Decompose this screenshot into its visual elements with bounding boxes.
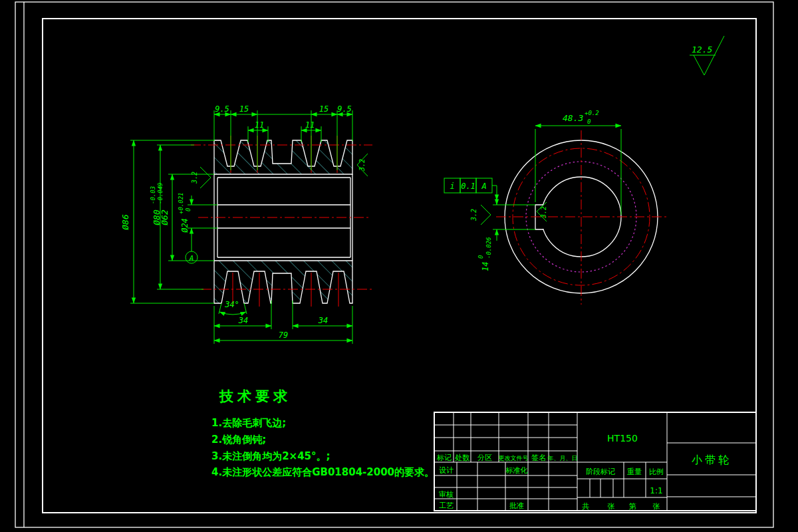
dim-34-right: 34 xyxy=(318,316,328,325)
svg-text:+0.021: +0.021 xyxy=(178,192,184,214)
svg-text:-0.026: -0.026 xyxy=(485,237,492,259)
tb-label-weight: 重量 xyxy=(627,467,642,476)
dim-11-left: 11 xyxy=(255,120,264,130)
front-view[interactable]: 9.5 15 11 11 15 9.5 Ø86 Ø80 -0.03 -0.049… xyxy=(120,104,374,344)
dim-14: 14 0 -0.026 xyxy=(477,237,492,271)
cad-drawing-canvas: 12.5 xyxy=(0,0,798,532)
sheet-frame xyxy=(15,2,773,527)
global-roughness-value: 12.5 xyxy=(692,45,712,55)
tb-scale-value: 1:1 xyxy=(650,486,662,495)
svg-text:-0.03: -0.03 xyxy=(150,186,156,204)
fcf-tolerance: 0.1 xyxy=(461,182,475,191)
dim-angle-34: 34° xyxy=(224,300,239,309)
tech-req-item-3: 3.未注倒角均为2×45°。; xyxy=(211,450,331,462)
fcf-symbol: i xyxy=(450,182,454,191)
dim-11-right: 11 xyxy=(305,120,315,130)
tb-label-biaozhunhua: 标准化 xyxy=(505,466,528,475)
svg-text:3.2: 3.2 xyxy=(191,172,198,184)
tb-label-gong: 共 xyxy=(582,502,590,511)
global-roughness-symbol: 12.5 xyxy=(690,36,724,75)
feature-control-frame: i 0.1 A xyxy=(444,178,497,200)
svg-text:0: 0 xyxy=(185,208,192,211)
dim-dia62: Ø62 xyxy=(160,209,170,225)
tech-req-item-1: 1.去除毛刺飞边; xyxy=(211,417,286,429)
svg-text:3.2: 3.2 xyxy=(540,206,547,219)
dim-34-left: 34 xyxy=(238,316,248,325)
tb-label-shenhe: 审核 xyxy=(439,490,454,499)
tb-label-chushu: 处数 xyxy=(455,454,469,462)
svg-text:3.2: 3.2 xyxy=(470,209,477,221)
roughness-rim-right: 3.2 xyxy=(357,154,368,176)
svg-text:-0.049: -0.049 xyxy=(157,182,164,204)
tb-material: HT150 xyxy=(607,433,638,444)
tb-part-name: 小带轮 xyxy=(692,454,732,466)
tb-label-date: 年、月、日 xyxy=(548,455,578,462)
cad-sheet[interactable]: 12.5 xyxy=(0,0,798,532)
dim-9p5-left: 9.5 xyxy=(215,104,229,114)
fcf-datum: A xyxy=(481,182,486,191)
tb-label-scale: 比例 xyxy=(649,467,664,476)
tb-label-zhang1: 张 xyxy=(608,502,615,511)
svg-text:+0.2: +0.2 xyxy=(585,110,599,116)
dim-dia24: Ø24 +0.021 0 xyxy=(178,192,192,232)
tb-label-stage-mark: 阶段标记 xyxy=(586,467,615,476)
tb-label-biaoji: 标记 xyxy=(436,454,452,462)
svg-text:48.3: 48.3 xyxy=(563,113,583,123)
tech-req-item-2: 2.锐角倒钝; xyxy=(211,434,266,446)
svg-text:0: 0 xyxy=(477,255,484,259)
dim-9p5-right: 9.5 xyxy=(337,104,352,114)
roughness-keyway-dim: 3.2 xyxy=(470,205,491,225)
roughness-hub-left: 3.2 xyxy=(191,167,211,188)
title-block: 标记 处数 分区 更改文件号 签名 年、月、日 设计 标准化 审核 工艺 批准 … xyxy=(434,412,756,511)
tb-label-gongyi: 工艺 xyxy=(439,501,454,510)
tb-label-sheji: 设计 xyxy=(439,466,454,475)
dim-15-left: 15 xyxy=(239,104,249,114)
tb-label-di: 第 xyxy=(629,502,636,511)
side-view[interactable]: 48.3 +0.2 0 14 0 -0.026 i 0.1 A 3.2 xyxy=(444,110,668,305)
dim-dia86: Ø86 xyxy=(120,214,130,230)
tb-label-pizhun: 批准 xyxy=(509,501,524,510)
svg-text:0: 0 xyxy=(587,118,591,125)
tb-label-qianming: 签名 xyxy=(531,454,546,462)
pulley-top-rim xyxy=(214,140,352,174)
dim-15-right: 15 xyxy=(319,104,329,114)
tb-label-fenqu: 分区 xyxy=(477,454,492,462)
dim-79: 79 xyxy=(279,331,288,340)
tech-requirements: 技术要求 1.去除毛刺飞边; 2.锐角倒钝; 3.未注倒角均为2×45°。; 4… xyxy=(211,388,434,478)
tb-label-change-file-no: 更改文件号 xyxy=(499,455,529,462)
svg-text:14: 14 xyxy=(481,262,490,271)
dim-48p3: 48.3 +0.2 0 xyxy=(563,110,599,125)
datum-a-symbol: A xyxy=(186,251,198,263)
svg-text:Ø24: Ø24 xyxy=(180,218,190,233)
svg-text:A: A xyxy=(189,254,194,263)
tech-req-item-4: 4.未注形状公差应符合GB01804-2000的要求。 xyxy=(211,466,434,478)
tb-label-zhang2: 张 xyxy=(653,502,660,511)
svg-text:3.2: 3.2 xyxy=(358,159,366,172)
pulley-bottom-rim xyxy=(214,261,352,303)
tech-req-title: 技术要求 xyxy=(219,388,291,404)
